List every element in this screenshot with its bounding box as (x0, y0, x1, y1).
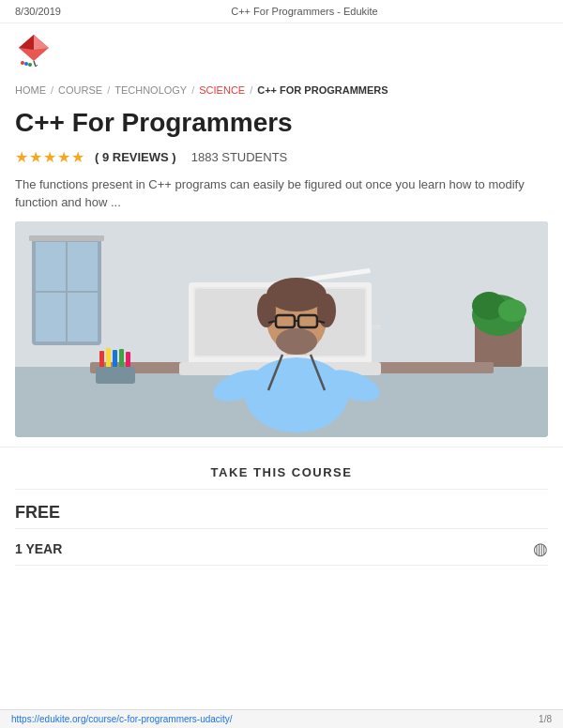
breadcrumb: HOME / COURSE / TECHNOLOGY / SCIENCE / C… (0, 75, 563, 101)
svg-point-6 (24, 62, 28, 66)
page-title: C++ For Programmers (0, 101, 563, 143)
footer-page: 1/8 (539, 714, 552, 724)
logo-area (0, 23, 563, 75)
svg-point-19 (498, 299, 526, 322)
price-row: FREE (0, 490, 563, 528)
breadcrumb-home[interactable]: HOME (15, 84, 46, 96)
breadcrumb-technology[interactable]: TECHNOLOGY (114, 84, 187, 96)
take-course-section[interactable]: TAKE THIS COURSE (0, 447, 563, 489)
top-bar-date: 8/30/2019 (15, 6, 61, 17)
price-label: FREE (15, 503, 60, 522)
svg-marker-2 (19, 35, 34, 50)
duration-label: 1 YEAR (15, 541, 62, 556)
breadcrumb-course[interactable]: COURSE (58, 84, 102, 96)
course-image-svg (15, 221, 548, 437)
svg-marker-1 (34, 35, 49, 50)
bottom-bar: https://edukite.org/course/c-for-program… (0, 709, 563, 728)
breadcrumb-sep-3: / (191, 84, 194, 96)
breadcrumb-sep-1: / (51, 84, 53, 96)
clock-icon: ◍ (533, 538, 548, 559)
svg-rect-15 (29, 235, 104, 241)
svg-line-4 (36, 65, 38, 67)
top-bar-title: C++ For Programmers - Edukite (231, 6, 378, 17)
take-course-button[interactable]: TAKE THIS COURSE (211, 465, 353, 479)
footer-url[interactable]: https://edukite.org/course/c-for-program… (11, 714, 233, 724)
svg-point-28 (245, 357, 348, 432)
svg-point-7 (28, 63, 32, 67)
breadcrumb-sep-4: / (250, 84, 252, 96)
svg-line-3 (34, 61, 36, 67)
logo-icon (15, 33, 53, 67)
duration-row: 1 YEAR ◍ (0, 529, 563, 565)
course-description: The functions present in C++ programs ca… (0, 170, 563, 221)
svg-point-34 (276, 328, 317, 355)
svg-rect-49 (96, 367, 135, 384)
top-bar: 8/30/2019 C++ For Programmers - Edukite (0, 0, 563, 23)
rating-row: ★★★★★ ( 9 REVIEWS ) 1883 STUDENTS (0, 143, 563, 170)
breadcrumb-science[interactable]: SCIENCE (199, 84, 245, 96)
reviews-label: ( 9 REVIEWS ) (95, 150, 176, 164)
stars: ★★★★★ (15, 148, 85, 166)
divider-3 (15, 565, 548, 566)
breadcrumb-current: C++ FOR PROGRAMMERS (257, 84, 388, 96)
breadcrumb-sep-2: / (107, 84, 110, 96)
students-label: 1883 STUDENTS (191, 150, 288, 164)
svg-point-5 (21, 61, 24, 65)
course-image (15, 221, 548, 437)
